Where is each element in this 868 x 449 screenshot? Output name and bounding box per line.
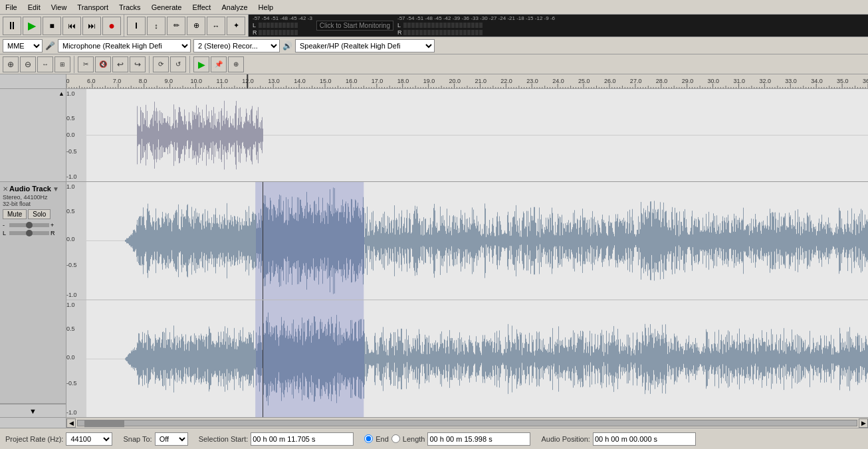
scrollbar-left-spacer — [0, 418, 66, 428]
selection-start-label: Selection Start: — [199, 435, 249, 443]
upper-waveform-view: 1.0 0.5 0.0 -0.5 -1.0 — [66, 89, 868, 182]
snap-to-group: Snap To: Off — [123, 432, 187, 446]
track-controls-panel: ▲ ✕ Audio Track ▼ Stereo, 44100Hz 32-bit… — [0, 89, 66, 417]
project-rate-label: Project Rate (Hz): — [5, 435, 63, 443]
audio-track-name: Audio Track — [9, 185, 51, 193]
mute-button[interactable]: Mute — [3, 209, 27, 219]
play-button[interactable]: ▶ — [23, 17, 41, 35]
device-toolbar: MME 🎤 Microphone (Realtek High Defi 2 (S… — [0, 37, 868, 54]
solo-button[interactable]: Solo — [28, 209, 51, 219]
menu-view[interactable]: View — [46, 2, 72, 13]
audio-track-format: 32-bit float — [3, 201, 63, 207]
ruler-marks-area[interactable] — [66, 74, 868, 88]
scroll-right-button[interactable]: ▶ — [859, 418, 868, 428]
skip-start-button[interactable]: ⏮ — [62, 17, 81, 35]
record-vu-meter: -57 -54 -51 -48 -45 -42 -3 L R — [253, 15, 312, 36]
project-rate-group: Project Rate (Hz): 44100 — [5, 432, 112, 446]
top-toolbar: ⏸ ▶ ■ ⏮ ⏭ ● I ↕ ✏ ⊕ ↔ ✦ -57 -54 -51 -48 … — [0, 15, 868, 37]
zoom-out-button[interactable]: ⊖ — [20, 56, 36, 72]
pan-right-label: R — [51, 230, 56, 236]
stop-button[interactable]: ■ — [43, 17, 61, 35]
click-to-monitor[interactable]: Click to Start Monitoring — [316, 21, 393, 31]
ch1-y-half: 0.5 — [66, 208, 75, 215]
scroll-thumb[interactable] — [84, 420, 124, 427]
menu-file[interactable]: File — [0, 2, 23, 13]
audio-position-label: Audio Position: — [541, 435, 590, 443]
end-radio[interactable] — [364, 434, 373, 443]
length-radio[interactable] — [391, 434, 400, 443]
menu-analyze[interactable]: Analyze — [216, 2, 253, 13]
waveform-display[interactable]: 1.0 0.5 0.0 -0.5 -1.0 1.0 0.5 0.0 -0 — [66, 89, 868, 417]
zoom-tool-button[interactable]: ⊕ — [187, 17, 205, 35]
skip-end-button[interactable]: ⏭ — [82, 17, 101, 35]
channels-select[interactable]: 2 (Stereo) Recor... — [193, 39, 280, 52]
track-dropdown-button[interactable]: ▼ — [53, 185, 59, 193]
statusbar: Project Rate (Hz): 44100 Snap To: Off Se… — [0, 428, 868, 449]
select-tool-button[interactable]: I — [127, 17, 146, 35]
upper-y-top: 1.0 — [66, 90, 75, 97]
menu-transport[interactable]: Transport — [72, 2, 114, 13]
snap-to-label: Snap To: — [123, 435, 152, 443]
zoom-in-button[interactable]: ⊕ — [3, 56, 19, 72]
ruler-left-spacer — [0, 74, 66, 88]
play2-button[interactable]: ▶ — [193, 56, 209, 72]
speaker-select[interactable]: Speaker/HP (Realtek High Defi — [295, 39, 435, 52]
end-length-group: End Length — [364, 432, 530, 446]
pin-button[interactable]: 📌 — [211, 56, 227, 72]
snap-to-select[interactable]: Off — [155, 432, 188, 446]
loop-button[interactable]: ↺ — [170, 56, 186, 72]
record-l-label: L — [253, 22, 258, 29]
scroll-left-button[interactable]: ◀ — [66, 418, 76, 428]
record-button[interactable]: ● — [102, 17, 121, 35]
redo-button[interactable]: ↪ — [130, 56, 146, 72]
cursor-button[interactable]: ⊕ — [228, 56, 244, 72]
scroll-track[interactable] — [77, 420, 857, 426]
menu-generate[interactable]: Generate — [146, 2, 187, 13]
end-label: End — [376, 435, 389, 443]
pan-slider[interactable] — [9, 231, 49, 235]
draw-tool-button[interactable]: ✏ — [167, 17, 185, 35]
meter-area: -57 -54 -51 -48 -45 -42 -3 L R Click to … — [249, 15, 868, 37]
audio-position-input[interactable] — [593, 432, 696, 446]
horizontal-scrollbar: ◀ ▶ — [0, 417, 868, 428]
sync-button[interactable]: ⟳ — [153, 56, 169, 72]
end-value-input[interactable] — [427, 432, 530, 446]
ch2-y-half: 0.5 — [66, 325, 75, 332]
ch2-y-zero: 0.0 — [66, 354, 75, 361]
project-rate-select[interactable]: 44100 — [66, 432, 112, 446]
selection-start-input[interactable] — [251, 432, 354, 446]
menu-help[interactable]: Help — [253, 2, 279, 13]
upper-y-bottom: -1.0 — [66, 173, 77, 180]
transport-controls: ⏸ ▶ ■ ⏮ ⏭ ● — [0, 15, 124, 37]
gain-slider[interactable] — [9, 223, 49, 227]
upper-track-scroll-up[interactable]: ▲ — [58, 90, 64, 97]
menu-edit[interactable]: Edit — [23, 2, 46, 13]
upper-y-zero: 0.0 — [66, 132, 75, 138]
audio-waveform-view: 1.0 0.5 0.0 -0.5 -1.0 1.0 0.5 0.0 -0.5 — [66, 182, 868, 417]
playback-db-scale: -57 -54 -51 -48 -45 -42 -39 -36 -33 -30 … — [397, 15, 864, 21]
pause-button[interactable]: ⏸ — [3, 17, 21, 35]
undo-button[interactable]: ↩ — [112, 56, 128, 72]
zoom-sel-button[interactable]: ⊞ — [54, 56, 70, 72]
envelope-tool-button[interactable]: ↕ — [147, 17, 165, 35]
track-close-button[interactable]: ✕ — [3, 185, 8, 193]
record-db-scale: -57 -54 -51 -48 -45 -42 -3 — [253, 15, 312, 21]
audio-channel-2: 1.0 0.5 0.0 -0.5 -1.0 — [66, 300, 868, 418]
ch1-y-top: 1.0 — [66, 183, 75, 190]
menu-effect[interactable]: Effect — [187, 2, 217, 13]
tracks-container: ▲ ✕ Audio Track ▼ Stereo, 44100Hz 32-bit… — [0, 89, 868, 417]
playback-r-label: R — [397, 29, 403, 36]
host-select[interactable]: MME — [3, 39, 43, 52]
timeshift-tool-button[interactable]: ↔ — [207, 17, 225, 35]
trim-button[interactable]: ✂ — [78, 56, 94, 72]
playback-l-label: L — [397, 22, 403, 29]
silence-button[interactable]: 🔇 — [95, 56, 111, 72]
zoom-fit-button[interactable]: ↔ — [37, 56, 53, 72]
upper-track-control: ▲ — [0, 89, 66, 182]
tracks-scroll-down[interactable]: ▼ — [0, 404, 66, 417]
mic-select[interactable]: Microphone (Realtek High Defi — [58, 39, 191, 52]
menu-tracks[interactable]: Tracks — [114, 2, 146, 13]
ch2-y-neghalf: -0.5 — [66, 380, 77, 387]
multi-tool-button[interactable]: ✦ — [227, 17, 245, 35]
pan-left-label: L — [3, 230, 8, 236]
